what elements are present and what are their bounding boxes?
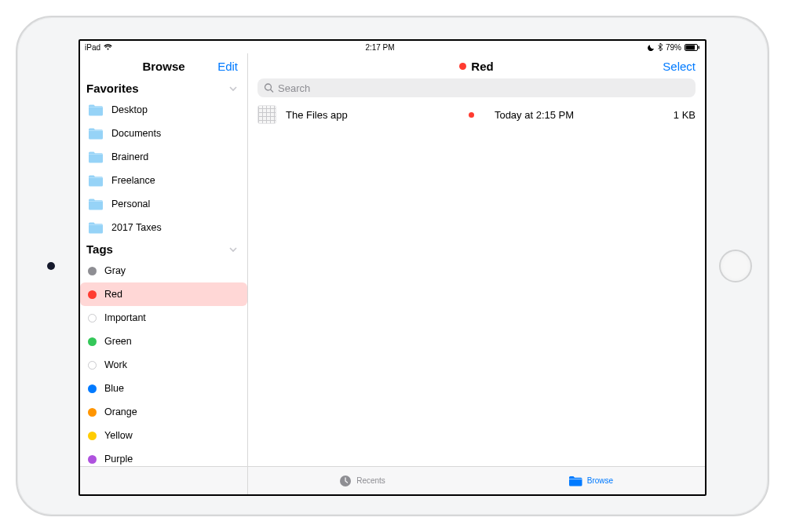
folder-icon bbox=[88, 104, 104, 116]
sidebar-item-tag[interactable]: Gray bbox=[80, 259, 247, 282]
status-bar: iPad 2:17 PM 79% bbox=[80, 41, 705, 53]
svg-rect-1 bbox=[686, 45, 696, 49]
chevron-down-icon bbox=[228, 245, 238, 254]
tab-recents[interactable]: Recents bbox=[248, 467, 476, 494]
sidebar-item-label: Important bbox=[104, 312, 146, 323]
tab-bar: Recents Browse bbox=[80, 466, 705, 494]
tag-dot-icon bbox=[88, 455, 97, 464]
sidebar-item-label: Green bbox=[104, 336, 132, 347]
sidebar-header: Browse Edit bbox=[80, 53, 247, 78]
moon-icon bbox=[648, 44, 655, 51]
status-time: 2:17 PM bbox=[112, 43, 648, 52]
sidebar-item-tag[interactable]: Yellow bbox=[80, 424, 247, 447]
status-battery-text: 79% bbox=[666, 43, 681, 52]
sidebar-item-tag[interactable]: Work bbox=[80, 353, 247, 377]
sidebar-item-tag[interactable]: Blue bbox=[80, 377, 247, 400]
tag-dot-icon bbox=[88, 290, 97, 299]
sidebar-item-label: Personal bbox=[111, 199, 150, 210]
battery-icon bbox=[685, 44, 700, 51]
sidebar-list: Favorites DesktopDocumentsBrainerdFreela… bbox=[80, 78, 247, 466]
sidebar-item-label: Documents bbox=[111, 128, 161, 139]
sidebar-item-favorite[interactable]: Personal bbox=[80, 192, 247, 216]
file-date: Today at 2:15 PM bbox=[495, 109, 639, 121]
wifi-icon bbox=[104, 44, 112, 50]
sidebar-item-label: Yellow bbox=[104, 430, 133, 441]
bluetooth-icon bbox=[658, 43, 663, 51]
status-network: iPad bbox=[85, 43, 100, 52]
sidebar-item-label: Desktop bbox=[111, 104, 148, 115]
favorites-header-label: Favorites bbox=[86, 82, 139, 95]
select-button[interactable]: Select bbox=[663, 60, 696, 73]
tag-dot-icon bbox=[88, 314, 97, 322]
ipad-home-button[interactable] bbox=[719, 250, 752, 282]
sidebar-item-tag[interactable]: Purple bbox=[80, 447, 247, 466]
file-tag-dot bbox=[469, 112, 474, 118]
detail-title: Red bbox=[471, 60, 493, 73]
tag-dot-icon bbox=[88, 361, 97, 370]
sidebar-item-favorite[interactable]: 2017 Taxes bbox=[80, 216, 247, 239]
sidebar-item-label: Work bbox=[104, 359, 127, 370]
sidebar-item-label: 2017 Taxes bbox=[111, 222, 162, 233]
detail-header: Red Select bbox=[248, 53, 705, 78]
sidebar-item-label: Red bbox=[104, 289, 122, 300]
tab-recents-label: Recents bbox=[356, 476, 385, 485]
tag-dot-icon bbox=[88, 267, 97, 275]
folder-icon bbox=[568, 476, 582, 486]
file-thumbnail bbox=[257, 105, 276, 124]
ipad-frame: iPad 2:17 PM 79% bbox=[16, 16, 769, 516]
file-name: The Files app bbox=[286, 109, 459, 121]
search-input[interactable] bbox=[257, 78, 696, 97]
tag-dot-icon bbox=[88, 408, 97, 417]
folder-icon bbox=[88, 175, 104, 187]
tag-dot-icon bbox=[88, 337, 97, 346]
svg-point-3 bbox=[265, 84, 272, 90]
sidebar-item-label: Blue bbox=[104, 383, 124, 394]
search-icon bbox=[264, 83, 274, 93]
detail-pane: Red Select The Files appToday at 2:15 PM… bbox=[248, 53, 705, 466]
folder-icon bbox=[88, 128, 104, 140]
sidebar-item-label: Brainerd bbox=[111, 151, 148, 162]
sidebar-item-label: Gray bbox=[104, 265, 126, 276]
tags-header[interactable]: Tags bbox=[80, 239, 247, 259]
sidebar-item-favorite[interactable]: Freelance bbox=[80, 169, 247, 192]
folder-icon bbox=[88, 199, 104, 210]
sidebar-item-tag[interactable]: Red bbox=[80, 282, 247, 306]
sidebar-item-favorite[interactable]: Brainerd bbox=[80, 145, 247, 169]
tab-browse-label: Browse bbox=[587, 476, 613, 485]
edit-button[interactable]: Edit bbox=[217, 60, 238, 73]
folder-icon bbox=[88, 151, 104, 163]
file-size: 1 KB bbox=[648, 109, 696, 121]
sidebar: Browse Edit Favorites DesktopDocumentsBr… bbox=[80, 53, 248, 466]
tag-dot-icon bbox=[88, 432, 97, 440]
folder-icon bbox=[88, 222, 104, 234]
tab-browse[interactable]: Browse bbox=[476, 467, 705, 494]
sidebar-item-favorite[interactable]: Documents bbox=[80, 122, 247, 145]
detail-tag-dot bbox=[459, 63, 466, 70]
sidebar-item-tag[interactable]: Important bbox=[80, 306, 247, 330]
sidebar-item-favorite[interactable]: Desktop bbox=[80, 98, 247, 122]
svg-line-4 bbox=[271, 89, 274, 93]
clock-icon bbox=[339, 475, 352, 487]
svg-rect-6 bbox=[569, 479, 582, 479]
screen: iPad 2:17 PM 79% bbox=[78, 39, 706, 496]
favorites-header[interactable]: Favorites bbox=[80, 78, 247, 98]
sidebar-item-label: Purple bbox=[104, 454, 133, 465]
file-row[interactable]: The Files appToday at 2:15 PM1 KB bbox=[248, 100, 705, 129]
tags-header-label: Tags bbox=[86, 242, 113, 256]
sidebar-title: Browse bbox=[142, 60, 184, 73]
chevron-down-icon bbox=[228, 84, 238, 93]
sidebar-item-tag[interactable]: Green bbox=[80, 330, 247, 353]
ipad-camera bbox=[47, 262, 55, 270]
sidebar-item-label: Orange bbox=[104, 406, 137, 417]
svg-rect-2 bbox=[699, 46, 700, 49]
sidebar-item-label: Freelance bbox=[111, 175, 155, 186]
sidebar-item-tag[interactable]: Orange bbox=[80, 400, 247, 424]
tag-dot-icon bbox=[88, 384, 97, 393]
